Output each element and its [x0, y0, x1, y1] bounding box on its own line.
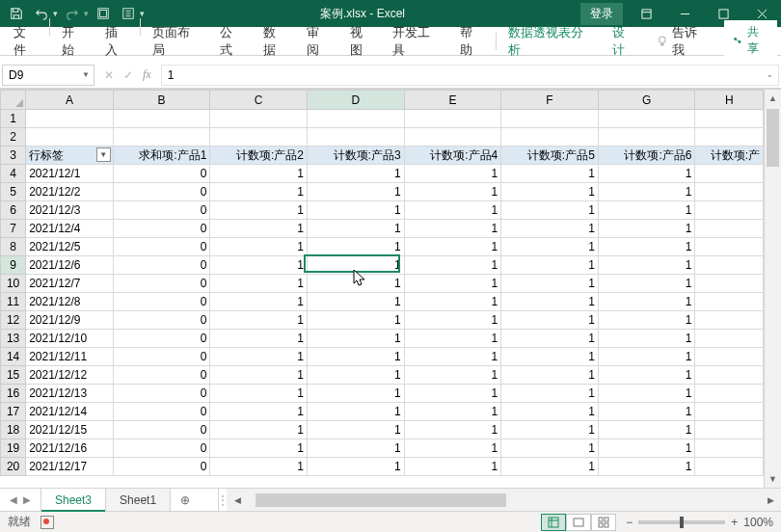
pivot-col-header[interactable]: 计数项:产品2: [210, 146, 308, 165]
cell-value[interactable]: 1: [598, 311, 695, 330]
cell-value[interactable]: 1: [404, 183, 501, 201]
cell-value[interactable]: 1: [598, 458, 695, 476]
cell-value[interactable]: 1: [598, 183, 695, 201]
cell-value[interactable]: 0: [113, 366, 210, 385]
vertical-scrollbar[interactable]: ▲ ▼: [764, 90, 781, 488]
cell-value[interactable]: 1: [210, 275, 308, 293]
cell-value[interactable]: 1: [404, 330, 501, 348]
cell-value[interactable]: 0: [113, 238, 210, 256]
cell-value[interactable]: [695, 201, 764, 220]
scroll-down-button[interactable]: ▼: [765, 470, 781, 488]
cell-value[interactable]: 1: [307, 458, 404, 476]
cell-value[interactable]: 1: [501, 165, 599, 183]
cell-value[interactable]: 1: [210, 165, 308, 183]
cell-value[interactable]: 1: [501, 385, 599, 403]
cell-value[interactable]: [695, 165, 764, 183]
cell-value[interactable]: 1: [210, 403, 308, 421]
cell-value[interactable]: [695, 275, 764, 293]
cell-value[interactable]: 1: [307, 421, 404, 439]
cell-value[interactable]: 1: [404, 275, 501, 293]
tell-me-button[interactable]: 告诉我: [646, 18, 718, 65]
row-header-16[interactable]: 16: [1, 385, 26, 403]
cell-value[interactable]: 1: [307, 385, 404, 403]
cell[interactable]: [210, 128, 308, 146]
new-sheet-button[interactable]: ⊕: [171, 489, 200, 511]
ribbon-tab-页面布局[interactable]: 页面布局: [143, 18, 210, 65]
cell-value[interactable]: 1: [307, 220, 404, 238]
hscroll-thumb[interactable]: [256, 493, 506, 507]
cell-value[interactable]: 1: [210, 385, 308, 403]
cell-value[interactable]: 1: [404, 439, 501, 458]
cell-date[interactable]: 2021/12/10: [26, 330, 114, 348]
pivot-col-header[interactable]: 求和项:产品1: [113, 146, 210, 165]
cell-value[interactable]: 1: [501, 183, 599, 201]
cell-value[interactable]: 1: [307, 165, 404, 183]
col-header-D[interactable]: D: [307, 91, 404, 110]
sheet-nav-buttons[interactable]: ◀▶: [0, 489, 41, 511]
row-header-11[interactable]: 11: [1, 293, 26, 311]
row-header-8[interactable]: 8: [1, 238, 26, 256]
page-break-view-button[interactable]: [591, 514, 616, 531]
cell-value[interactable]: 1: [598, 256, 695, 275]
cell-value[interactable]: 1: [501, 256, 599, 275]
cell-value[interactable]: 1: [404, 403, 501, 421]
cell-value[interactable]: 1: [307, 348, 404, 366]
cell-value[interactable]: 1: [598, 439, 695, 458]
pivot-col-header[interactable]: 计数项:产品4: [404, 146, 501, 165]
row-header-3[interactable]: 3: [1, 146, 26, 165]
ribbon-tab-开发工具[interactable]: 开发工具: [383, 18, 450, 65]
col-header-F[interactable]: F: [501, 91, 599, 110]
zoom-in-button[interactable]: +: [731, 516, 738, 529]
cell-value[interactable]: [695, 439, 764, 458]
cell-value[interactable]: 1: [307, 439, 404, 458]
pivot-col-header[interactable]: 计数项:产品3: [307, 146, 404, 165]
cell-value[interactable]: 1: [307, 201, 404, 220]
row-header-1[interactable]: 1: [1, 110, 26, 128]
formula-input[interactable]: 1: [161, 65, 762, 86]
cell-value[interactable]: [695, 458, 764, 476]
cell-value[interactable]: 1: [307, 256, 404, 275]
cell-value[interactable]: 1: [501, 311, 599, 330]
ribbon-tab-帮助[interactable]: 帮助: [450, 18, 494, 65]
cell-value[interactable]: 1: [210, 201, 308, 220]
ribbon-tab-开始[interactable]: 开始: [52, 18, 95, 65]
row-header-14[interactable]: 14: [1, 348, 26, 366]
cell-value[interactable]: 0: [113, 458, 210, 476]
cell-value[interactable]: [695, 238, 764, 256]
cell-value[interactable]: 1: [598, 165, 695, 183]
cell-value[interactable]: 1: [210, 348, 308, 366]
cell[interactable]: [695, 128, 764, 146]
cell-date[interactable]: 2021/12/2: [26, 183, 114, 201]
macro-record-icon[interactable]: [40, 516, 54, 529]
cell-value[interactable]: 0: [113, 183, 210, 201]
cell-value[interactable]: [695, 330, 764, 348]
cell-value[interactable]: 1: [501, 439, 599, 458]
cell-value[interactable]: [695, 220, 764, 238]
cell-value[interactable]: 1: [307, 311, 404, 330]
ribbon-tab-审阅[interactable]: 审阅: [297, 18, 340, 65]
enter-formula-button[interactable]: ✓: [123, 68, 133, 82]
cell-value[interactable]: 0: [113, 330, 210, 348]
vscroll-track[interactable]: [765, 107, 781, 470]
cell-value[interactable]: [695, 385, 764, 403]
cell[interactable]: [404, 110, 501, 128]
undo-dropdown-icon[interactable]: ▾: [53, 9, 58, 18]
cell-value[interactable]: 1: [598, 330, 695, 348]
pivot-col-header[interactable]: 计数项:产: [695, 146, 764, 165]
normal-view-button[interactable]: [541, 514, 566, 531]
cell-value[interactable]: 1: [501, 220, 599, 238]
cell-value[interactable]: [695, 311, 764, 330]
cell-value[interactable]: 1: [598, 403, 695, 421]
cell-value[interactable]: 1: [404, 348, 501, 366]
col-header-C[interactable]: C: [210, 91, 308, 110]
cell-value[interactable]: 1: [501, 293, 599, 311]
ribbon-tab-公式[interactable]: 公式: [210, 18, 254, 65]
cell-value[interactable]: [695, 366, 764, 385]
pivot-rowlabel-header[interactable]: 行标签▼: [26, 146, 114, 165]
select-all-corner[interactable]: [1, 91, 26, 110]
pivot-col-header[interactable]: 计数项:产品6: [598, 146, 695, 165]
cell-value[interactable]: 1: [210, 330, 308, 348]
scroll-up-button[interactable]: ▲: [765, 90, 781, 107]
cell-value[interactable]: 0: [113, 293, 210, 311]
cell-value[interactable]: 1: [307, 238, 404, 256]
